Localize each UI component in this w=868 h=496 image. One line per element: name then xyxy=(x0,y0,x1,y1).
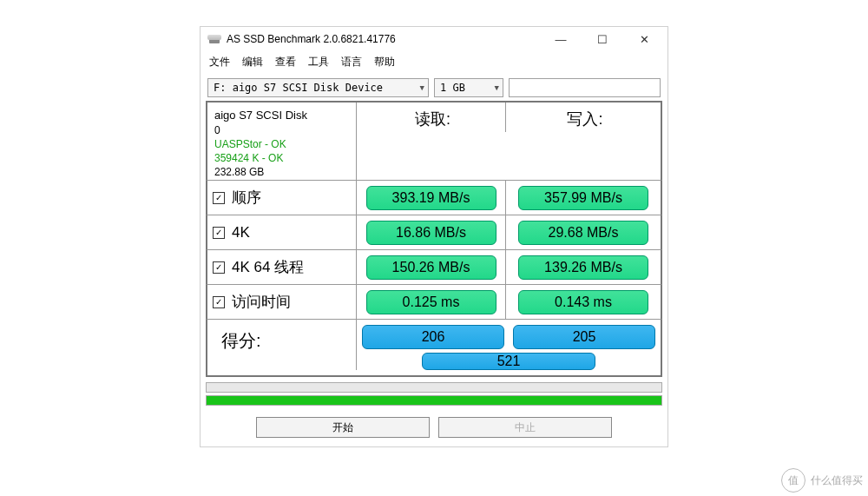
menu-view[interactable]: 查看 xyxy=(275,55,296,69)
menu-bar: 文件 编辑 查看 工具 语言 帮助 xyxy=(201,51,667,75)
4k-read-value: 16.86 MB/s xyxy=(366,221,496,245)
score-label: 得分: xyxy=(213,322,261,353)
menu-tools[interactable]: 工具 xyxy=(308,55,329,69)
menu-edit[interactable]: 编辑 xyxy=(242,55,263,69)
close-button[interactable]: ✕ xyxy=(631,33,657,46)
header-read-label: 读取: xyxy=(411,105,450,129)
chevron-down-icon: ▼ xyxy=(415,83,424,92)
watermark-text: 什么值得买 xyxy=(811,473,863,488)
window-title: AS SSD Benchmark 2.0.6821.41776 xyxy=(227,33,548,45)
toolbar-blank xyxy=(509,78,661,97)
watermark: 值 什么值得买 xyxy=(781,468,863,493)
column-header-read: 读取: xyxy=(357,103,506,132)
seq-write-value: 357.99 MB/s xyxy=(518,186,648,210)
row-4k: ✓ 4K 16.86 MB/s 29.68 MB/s xyxy=(206,215,662,250)
seq-label: 顺序 xyxy=(232,188,261,208)
drive-select[interactable]: F: aigo S7 SCSI Disk Device ▼ xyxy=(207,78,429,97)
4k64-read-value: 150.26 MB/s xyxy=(366,255,496,280)
row-4k64: ✓ 4K 64 线程 150.26 MB/s 139.26 MB/s xyxy=(206,250,662,285)
score-total: 521 xyxy=(422,353,595,370)
results-grid: aigo S7 SCSI Disk 0 UASPStor - OK 359424… xyxy=(206,101,662,377)
header-row: aigo S7 SCSI Disk 0 UASPStor - OK 359424… xyxy=(206,103,662,181)
size-select-value: 1 GB xyxy=(440,82,465,94)
minimize-button[interactable]: — xyxy=(548,33,574,46)
4k-checkbox[interactable]: ✓ xyxy=(213,227,225,239)
size-select[interactable]: 1 GB ▼ xyxy=(434,78,503,97)
4k64-checkbox[interactable]: ✓ xyxy=(213,261,225,274)
menu-file[interactable]: 文件 xyxy=(209,55,230,69)
header-write-label: 写入: xyxy=(563,105,602,129)
progress-bar-1 xyxy=(206,382,662,393)
access-write-value: 0.143 ms xyxy=(518,290,648,314)
device-info: aigo S7 SCSI Disk 0 UASPStor - OK 359424… xyxy=(207,103,357,184)
4k64-label: 4K 64 线程 xyxy=(232,257,304,277)
chevron-down-icon: ▼ xyxy=(490,83,499,92)
drive-select-value: F: aigo S7 SCSI Disk Device xyxy=(214,82,383,94)
app-icon xyxy=(207,33,221,45)
stop-button[interactable]: 中止 xyxy=(438,417,612,438)
maximize-button[interactable]: ☐ xyxy=(589,33,615,46)
title-bar[interactable]: AS SSD Benchmark 2.0.6821.41776 — ☐ ✕ xyxy=(201,27,667,51)
access-label: 访问时间 xyxy=(232,292,291,312)
row-score: 得分: 206 205 521 xyxy=(206,320,662,377)
access-read-value: 0.125 ms xyxy=(366,290,496,314)
device-index: 0 xyxy=(214,123,349,137)
button-row: 开始 中止 xyxy=(201,412,667,446)
start-button[interactable]: 开始 xyxy=(256,417,430,438)
window-buttons: — ☐ ✕ xyxy=(548,33,661,46)
column-header-write: 写入: xyxy=(506,103,661,132)
device-capacity: 232.88 GB xyxy=(214,165,349,179)
menu-help[interactable]: 帮助 xyxy=(374,55,395,69)
row-seq: ✓ 顺序 393.19 MB/s 357.99 MB/s xyxy=(206,181,662,215)
row-access: ✓ 访问时间 0.125 ms 0.143 ms xyxy=(206,285,662,320)
device-name: aigo S7 SCSI Disk xyxy=(214,108,349,123)
toolbar: F: aigo S7 SCSI Disk Device ▼ 1 GB ▼ xyxy=(201,75,667,101)
progress-area xyxy=(201,377,667,412)
access-checkbox[interactable]: ✓ xyxy=(213,296,225,308)
4k-write-value: 29.68 MB/s xyxy=(518,221,648,245)
4k64-write-value: 139.26 MB/s xyxy=(518,255,648,280)
progress-bar-2 xyxy=(206,395,662,406)
seq-checkbox[interactable]: ✓ xyxy=(213,192,225,204)
device-driver: UASPStor - OK xyxy=(214,137,349,151)
device-align: 359424 K - OK xyxy=(214,151,349,165)
menu-lang[interactable]: 语言 xyxy=(341,55,362,69)
seq-read-value: 393.19 MB/s xyxy=(366,186,496,210)
4k-label: 4K xyxy=(232,224,250,241)
score-read: 206 xyxy=(362,325,504,349)
app-window: AS SSD Benchmark 2.0.6821.41776 — ☐ ✕ 文件… xyxy=(200,26,668,447)
watermark-icon: 值 xyxy=(781,468,806,493)
score-write: 205 xyxy=(513,325,655,349)
